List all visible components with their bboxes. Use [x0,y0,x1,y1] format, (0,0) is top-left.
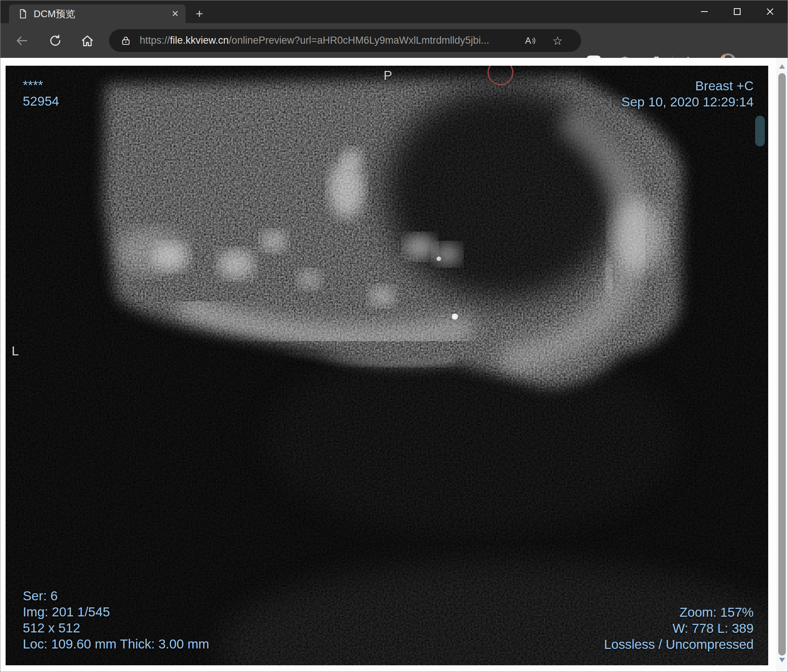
maximize-button[interactable] [721,0,754,23]
browser-toolbar: https://file.kkview.cn/onlinePreview?url… [0,23,788,58]
patient-id: 52954 [23,93,59,109]
minimize-button[interactable] [688,0,721,23]
new-tab-button[interactable]: + [191,5,208,22]
window-level: W: 778 L: 389 [604,620,754,636]
dicom-canvas[interactable]: **** 52954 P L Breast +C Sep 10, 2020 12… [6,66,768,665]
compression-info: Lossless / Uncompressed [604,636,754,652]
orientation-marker-left: L [11,343,19,359]
titlebar: DCM预览 ✕ + [0,0,788,23]
browser-tab[interactable]: DCM预览 ✕ [9,5,186,23]
series-info-overlay: Ser: 6 Img: 201 1/545 512 x 512 Loc: 109… [23,588,209,652]
matrix-size: 512 x 512 [23,620,209,636]
home-icon[interactable] [80,33,95,48]
svg-text:A: A [525,35,531,46]
study-info-overlay: Breast +C Sep 10, 2020 12:29:14 [621,78,754,110]
page-scrollbar-thumb[interactable] [778,73,786,656]
image-number: Img: 201 1/545 [23,604,209,620]
mri-image [6,66,768,665]
url-scheme: https:// [140,35,170,46]
url-path: /onlinePreview?url=aHR0cHM6Ly9maWxlLmtrd… [229,35,489,46]
patient-info-overlay: **** 52954 [23,77,59,109]
window-controls [688,0,786,23]
tab-title: DCM预览 [33,8,172,21]
url-text[interactable]: https://file.kkview.cn/onlinePreview?url… [140,35,489,46]
study-datetime: Sep 10, 2020 12:29:14 [621,94,754,110]
zoom-level: Zoom: 157% [604,604,754,620]
orientation-marker-posterior: P [384,67,392,83]
lock-icon[interactable] [120,35,132,46]
document-icon [17,8,29,19]
address-bar[interactable]: https://file.kkview.cn/onlinePreview?url… [109,29,581,52]
patient-name-masked: **** [23,77,59,93]
read-aloud-icon[interactable]: A [522,33,536,48]
page-scrollbar[interactable] [776,58,788,672]
refresh-icon[interactable] [48,33,63,48]
scroll-up-icon[interactable] [778,64,785,69]
close-button[interactable] [754,0,786,23]
page-content: **** 52954 P L Breast +C Sep 10, 2020 12… [0,58,788,672]
viewer-scrollbar-thumb[interactable] [755,116,765,146]
scroll-down-icon[interactable] [778,658,785,662]
series-number: Ser: 6 [23,588,209,604]
tab-close-icon[interactable]: ✕ [172,9,179,19]
display-info-overlay: Zoom: 157% W: 778 L: 389 Lossless / Unco… [604,604,754,652]
slice-location: Loc: 109.60 mm Thick: 3.00 mm [23,636,209,652]
back-icon[interactable] [14,33,29,48]
url-host: file.kkview.cn [170,35,229,46]
study-description: Breast +C [621,78,754,94]
favorite-star-icon[interactable]: ☆ [550,33,565,48]
